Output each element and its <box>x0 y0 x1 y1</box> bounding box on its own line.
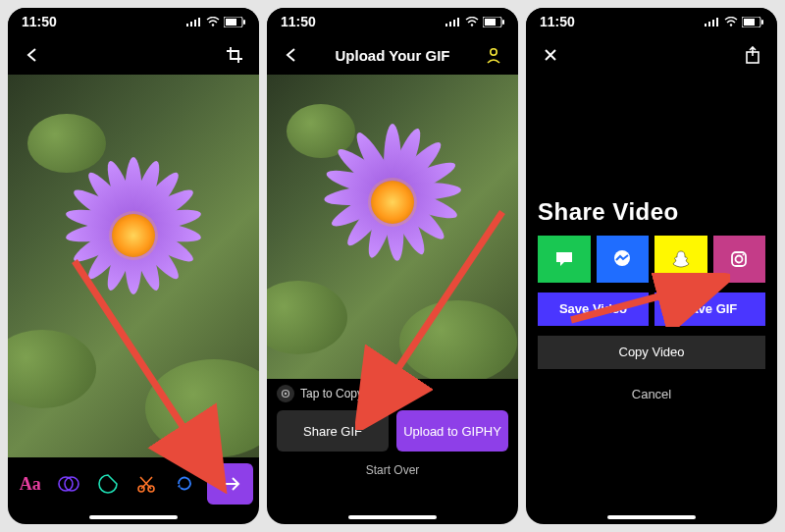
svg-rect-32 <box>761 20 763 25</box>
tap-to-copy[interactable]: Tap to Copy GIF <box>277 385 508 402</box>
screen-editor: 11:50 <box>8 8 259 524</box>
svg-rect-20 <box>502 20 504 25</box>
status-bar: 11:50 <box>526 8 777 35</box>
svg-point-4 <box>212 24 214 26</box>
start-over-link[interactable]: Start Over <box>277 463 508 477</box>
filter-tool[interactable] <box>52 464 84 504</box>
svg-rect-15 <box>453 20 455 27</box>
battery-icon <box>742 17 763 27</box>
tap-hint-label: Tap to Copy GIF <box>300 387 386 400</box>
battery-icon <box>483 17 504 27</box>
upload-giphy-button[interactable]: Upload to GIPHY <box>396 410 508 452</box>
svg-rect-3 <box>198 18 200 27</box>
wifi-icon <box>465 17 479 27</box>
status-time: 11:50 <box>22 14 57 29</box>
status-icons <box>705 17 763 27</box>
status-icons <box>186 17 245 27</box>
share-instagram[interactable] <box>713 236 766 283</box>
signal-icon <box>186 17 202 27</box>
close-icon[interactable] <box>540 44 561 66</box>
status-time: 11:50 <box>540 14 575 29</box>
share-header <box>526 35 777 75</box>
home-indicator <box>348 515 437 519</box>
svg-rect-7 <box>243 20 245 25</box>
svg-rect-13 <box>445 24 447 27</box>
tap-icon <box>277 385 294 402</box>
screen-upload: 11:50 Upload Your GIF <box>267 8 518 524</box>
back-icon[interactable] <box>281 44 302 66</box>
home-indicator <box>89 515 178 519</box>
toolbar: Aa <box>8 457 259 524</box>
save-gif-button[interactable]: Save GIF <box>654 293 765 326</box>
share-title: Share Video <box>538 198 765 226</box>
upload-header: Upload Your GIF <box>267 35 518 75</box>
svg-point-36 <box>736 255 743 262</box>
signal-icon <box>705 17 720 27</box>
svg-rect-25 <box>705 24 706 27</box>
editor-header <box>8 35 259 75</box>
svg-rect-1 <box>190 22 192 27</box>
back-icon[interactable] <box>22 44 43 66</box>
svg-rect-2 <box>194 20 196 27</box>
svg-rect-14 <box>449 22 451 27</box>
profile-icon[interactable] <box>483 44 504 66</box>
svg-rect-26 <box>708 22 710 27</box>
wifi-icon <box>206 17 220 27</box>
status-time: 11:50 <box>281 14 316 29</box>
status-bar: 11:50 <box>8 8 259 35</box>
svg-point-29 <box>730 24 732 26</box>
svg-point-17 <box>471 24 473 26</box>
battery-icon <box>224 17 245 27</box>
wifi-icon <box>724 17 738 27</box>
screen-share: 11:50 Share Video Save Video Save GIF Co… <box>526 8 777 524</box>
loop-tool[interactable] <box>169 464 201 504</box>
svg-rect-16 <box>457 18 459 27</box>
next-button[interactable] <box>207 463 253 505</box>
svg-rect-6 <box>226 19 236 26</box>
copy-video-button[interactable]: Copy Video <box>538 336 765 369</box>
share-messages[interactable] <box>538 236 591 283</box>
gif-preview[interactable] <box>267 75 518 379</box>
share-messenger[interactable] <box>597 236 650 283</box>
export-icon[interactable] <box>742 44 763 66</box>
media-canvas[interactable] <box>8 75 259 457</box>
svg-point-37 <box>743 253 745 255</box>
page-title: Upload Your GIF <box>302 47 483 64</box>
svg-point-23 <box>285 393 287 395</box>
share-gif-button[interactable]: Share GIF <box>277 410 389 452</box>
svg-point-21 <box>491 49 497 55</box>
text-tool[interactable]: Aa <box>14 464 46 504</box>
crop-icon[interactable] <box>224 44 245 66</box>
svg-rect-31 <box>744 19 755 26</box>
status-icons <box>445 17 504 27</box>
cancel-link[interactable]: Cancel <box>538 387 765 401</box>
share-snapchat[interactable] <box>654 236 707 283</box>
home-indicator <box>607 515 696 519</box>
share-grid <box>538 236 765 283</box>
signal-icon <box>445 17 461 27</box>
svg-rect-27 <box>712 20 714 27</box>
svg-rect-28 <box>716 18 718 27</box>
trim-tool[interactable] <box>130 464 162 504</box>
svg-rect-19 <box>485 19 496 26</box>
svg-rect-0 <box>186 24 188 27</box>
save-video-button[interactable]: Save Video <box>538 293 649 326</box>
status-bar: 11:50 <box>267 8 518 35</box>
sticker-tool[interactable] <box>91 464 124 504</box>
